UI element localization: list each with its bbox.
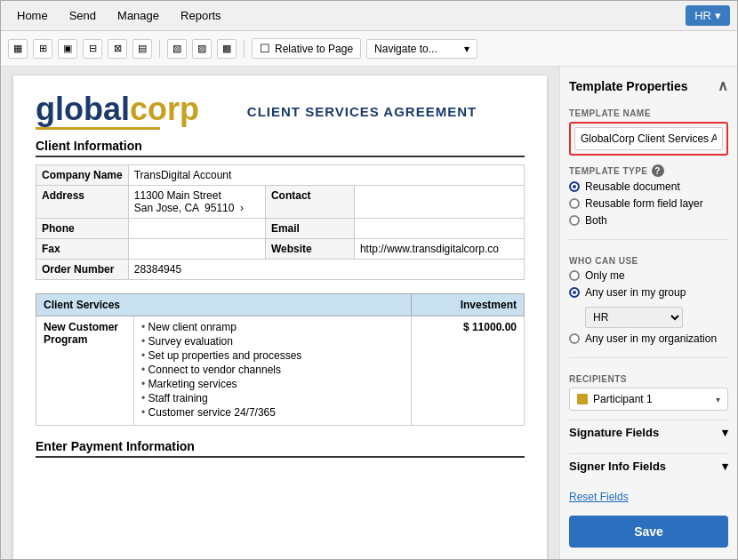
- toolbar-icon-6[interactable]: ▤: [132, 39, 152, 59]
- radio-reusable-form[interactable]: Reusable form field layer: [569, 197, 728, 210]
- user-dropdown-icon: ▾: [715, 9, 721, 22]
- logo-underline: [36, 127, 160, 130]
- toolbar-icon-8[interactable]: ▨: [192, 39, 212, 59]
- relative-page-button[interactable]: ☐ Relative to Page: [252, 38, 361, 59]
- user-label: HR: [694, 9, 711, 22]
- value-company-name: TransDigital Account: [128, 165, 524, 186]
- menu-manage[interactable]: Manage: [108, 4, 168, 27]
- radio-both[interactable]: Both: [569, 214, 728, 227]
- template-type-label: TEMPLATE TYPE ?: [569, 164, 728, 177]
- logo-area: globalcorp CLIENT SERVICES AGREEMENT: [36, 93, 525, 130]
- navigate-to-dropdown[interactable]: Navigate to... ▾: [366, 39, 477, 59]
- value-order-number: 28384945: [128, 260, 524, 280]
- radio-any-user-group[interactable]: Any user in my group: [569, 286, 728, 299]
- radio-label-only-me: Only me: [585, 269, 625, 282]
- menu-reports[interactable]: Reports: [172, 4, 230, 27]
- signature-fields-section[interactable]: Signature Fields ▾: [569, 420, 728, 444]
- app-window: Home Send Manage Reports HR ▾ ▦ ⊞ ▣ ⊟ ⊠ …: [0, 0, 738, 560]
- toolbar: ▦ ⊞ ▣ ⊟ ⊠ ▤ ▧ ▨ ▩ ☐ Relative to Page Nav…: [1, 31, 737, 67]
- menu-home[interactable]: Home: [8, 4, 57, 27]
- list-item: Marketing services: [141, 378, 404, 390]
- radio-label-group: Any user in my group: [585, 286, 686, 299]
- signer-info-fields-section[interactable]: Signer Info Fields ▾: [569, 453, 728, 478]
- table-row: Company Name TransDigital Account: [36, 165, 525, 186]
- radio-circle-org: [569, 333, 580, 344]
- who-can-use-options: Only me Any user in my group HR Any user…: [569, 269, 728, 345]
- radio-label-form: Reusable form field layer: [585, 197, 703, 210]
- investment-col-header: Investment: [411, 294, 524, 316]
- toolbar-icon-5[interactable]: ⊠: [108, 39, 127, 59]
- doc-title: CLIENT SERVICES AGREEMENT: [199, 104, 525, 119]
- services-list: New client onramp Survey evaluation Set …: [141, 321, 404, 419]
- label-phone: Phone: [36, 219, 129, 239]
- value-website: http://www.transdigitalcorp.co: [354, 239, 524, 260]
- signature-fields-label: Signature Fields: [569, 426, 659, 439]
- toolbar-icon-2[interactable]: ⊞: [33, 39, 52, 59]
- template-name-section: TEMPLATE NAME: [569, 108, 728, 156]
- navigate-dropdown-icon: ▾: [464, 43, 469, 55]
- list-item: Customer service 24/7/365: [141, 406, 404, 419]
- value-contact: [354, 186, 524, 219]
- radio-reusable-document[interactable]: Reusable document: [569, 180, 728, 193]
- doc-page: globalcorp CLIENT SERVICES AGREEMENT Cli…: [13, 76, 547, 559]
- section-divider-2: [569, 357, 728, 358]
- value-phone: [128, 219, 265, 239]
- signature-fields-chevron: ▾: [722, 426, 728, 439]
- panel-collapse-icon[interactable]: ∧: [718, 77, 728, 94]
- client-info-header: Client Information: [36, 139, 525, 157]
- label-order-number: Order Number: [36, 260, 129, 280]
- save-button[interactable]: Save: [569, 516, 728, 548]
- user-menu-button[interactable]: HR ▾: [686, 5, 730, 26]
- toolbar-icon-9[interactable]: ▩: [217, 39, 237, 59]
- template-name-label: TEMPLATE NAME: [569, 108, 728, 118]
- reset-fields-link[interactable]: Reset Fields: [569, 491, 728, 503]
- doc-area: globalcorp CLIENT SERVICES AGREEMENT Cli…: [1, 67, 559, 559]
- menu-items: Home Send Manage Reports: [8, 4, 230, 27]
- table-row: Address 11300 Main StreetSan Jose, CA 95…: [36, 186, 525, 219]
- value-email: [354, 219, 524, 239]
- toolbar-icon-1[interactable]: ▦: [8, 39, 28, 59]
- radio-circle-empty-1: [569, 198, 580, 209]
- list-item: Survey evaluation: [141, 335, 404, 348]
- main-area: globalcorp CLIENT SERVICES AGREEMENT Cli…: [1, 67, 737, 559]
- label-address: Address: [36, 186, 129, 219]
- service-amount: $ 11000.00: [411, 316, 524, 426]
- template-name-input[interactable]: [574, 127, 723, 150]
- label-contact: Contact: [265, 186, 354, 219]
- radio-any-user-org[interactable]: Any user in my organization: [569, 332, 728, 345]
- toolbar-icon-3[interactable]: ▣: [58, 39, 77, 59]
- toolbar-divider-1: [159, 40, 160, 58]
- who-can-use-label: WHO CAN USE: [569, 256, 728, 266]
- relative-page-label: Relative to Page: [275, 43, 353, 55]
- group-select[interactable]: HR: [585, 307, 683, 328]
- template-properties-panel: Template Properties ∧ TEMPLATE NAME TEMP…: [559, 67, 737, 559]
- logo-text: globalcorp: [36, 93, 199, 125]
- template-type-help-icon[interactable]: ?: [652, 164, 664, 177]
- template-type-section: TEMPLATE TYPE ? Reusable document Reusab…: [569, 164, 728, 227]
- list-item: Connect to vendor channels: [141, 364, 404, 376]
- value-address: 11300 Main StreetSan Jose, CA 95110 ›: [128, 186, 265, 219]
- list-item: Set up properties and processes: [141, 349, 404, 362]
- toolbar-icon-7[interactable]: ▧: [167, 39, 187, 59]
- who-can-use-section: WHO CAN USE Only me Any user in my group…: [569, 256, 728, 345]
- services-list-cell: New client onramp Survey evaluation Set …: [134, 316, 412, 426]
- menu-send[interactable]: Send: [60, 4, 105, 27]
- radio-circle-only-me: [569, 270, 580, 281]
- logo-container: globalcorp: [36, 93, 199, 130]
- group-select-wrapper: HR: [585, 307, 728, 328]
- toolbar-divider-2: [244, 40, 245, 58]
- logo-global: global: [36, 91, 130, 127]
- participant-row[interactable]: Participant 1 ▾: [569, 388, 728, 411]
- radio-only-me[interactable]: Only me: [569, 269, 728, 282]
- services-header-row: Client Services Investment: [36, 294, 525, 316]
- table-row: New CustomerProgram New client onramp Su…: [36, 316, 525, 426]
- navigate-to-label: Navigate to...: [374, 43, 437, 55]
- panel-header: Template Properties ∧: [569, 77, 728, 94]
- label-email: Email: [265, 219, 354, 239]
- toolbar-icon-4[interactable]: ⊟: [83, 39, 102, 59]
- signer-info-chevron: ▾: [722, 460, 728, 473]
- template-type-options: Reusable document Reusable form field la…: [569, 180, 728, 227]
- label-company-name: Company Name: [36, 165, 129, 186]
- section-divider-1: [569, 239, 728, 240]
- recipients-section: RECIPIENTS Participant 1 ▾: [569, 374, 728, 411]
